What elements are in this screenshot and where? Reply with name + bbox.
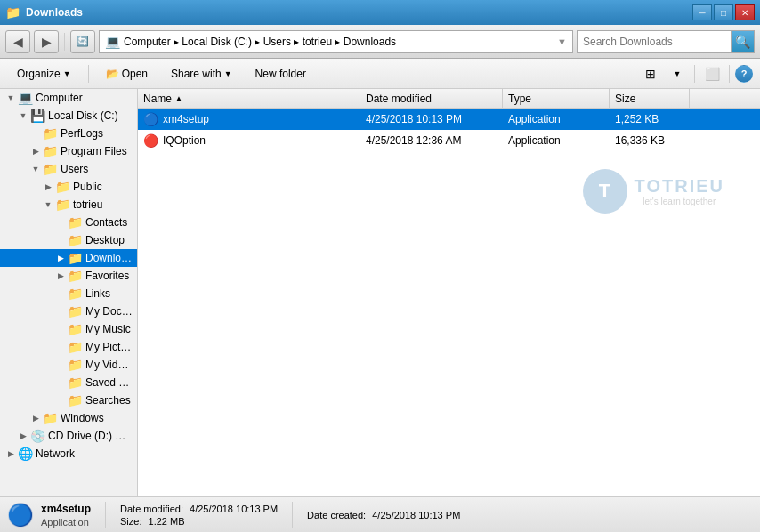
address-bar: ◀ ▶ 🔄 💻 Computer ▸ Local Disk (C:) ▸ Use… xyxy=(0,25,760,59)
path-dropdown-icon: ▼ xyxy=(557,36,567,47)
expand-icon: ▶ xyxy=(41,182,55,191)
up-button[interactable]: 🔄 xyxy=(70,30,95,53)
sidebar-tree: ▼💻Computer▼💾Local Disk (C:)📁PerfLogs▶📁Pr… xyxy=(0,89,137,463)
expand-icon: ▶ xyxy=(53,271,68,280)
sidebar-item-my-documents[interactable]: 📁My Documen... xyxy=(0,302,137,320)
share-with-button[interactable]: Share with ▼ xyxy=(161,62,242,85)
watermark-content: T TOTRIEU let's learn together xyxy=(583,169,724,214)
sidebar-item-my-pictures[interactable]: 📁My Pictures xyxy=(0,338,137,356)
maximize-button[interactable]: □ xyxy=(714,4,733,20)
status-dates: Date modified: 4/25/2018 10:13 PM Size: … xyxy=(120,504,278,527)
status-size: Size: 1.22 MB xyxy=(120,516,278,527)
search-box: 🔍 xyxy=(577,30,755,53)
sidebar-item-computer[interactable]: ▼💻Computer xyxy=(0,89,137,107)
sidebar-item-label: Program Files xyxy=(61,145,127,157)
sidebar-item-program-files[interactable]: ▶📁Program Files xyxy=(0,142,137,160)
file-type-cell: Application xyxy=(503,134,610,147)
file-row[interactable]: 🔵xm4setup4/25/2018 10:13 PMApplication1,… xyxy=(138,109,760,130)
status-file-icon: 🔵 xyxy=(7,503,34,528)
sidebar-item-label: Windows xyxy=(61,412,104,424)
sidebar-item-label: Links xyxy=(85,287,110,300)
sidebar-item-local-disk[interactable]: ▼💾Local Disk (C:) xyxy=(0,107,137,125)
path-text: Computer ▸ Local Disk (C:) ▸ Users ▸ tot… xyxy=(124,36,396,48)
col-header-type[interactable]: Type xyxy=(503,89,610,108)
file-date-cell: 4/25/2018 10:13 PM xyxy=(360,113,503,125)
sidebar-item-perflogs[interactable]: 📁PerfLogs xyxy=(0,125,137,142)
sidebar-item-saved-games[interactable]: 📁Saved Game... xyxy=(0,374,137,391)
sidebar-item-public[interactable]: ▶📁Public xyxy=(0,178,137,196)
folder-icon: 📁 xyxy=(68,215,83,230)
folder-icon: 📁 xyxy=(43,162,58,176)
minimize-button[interactable]: ─ xyxy=(692,4,712,20)
folder-icon: 📁 xyxy=(68,358,83,372)
col-header-name[interactable]: Name ▲ xyxy=(138,89,360,108)
sidebar-item-users[interactable]: ▼📁Users xyxy=(0,160,137,178)
folder-icon: 📁 xyxy=(68,340,83,354)
sidebar-item-links[interactable]: 📁Links xyxy=(0,285,137,302)
sidebar-item-label: Searches xyxy=(85,394,131,407)
folder-icon: 📁 xyxy=(68,233,83,247)
folder-icon: 📁 xyxy=(68,304,83,318)
file-row[interactable]: 🔴IQOption4/25/2018 12:36 AMApplication16… xyxy=(138,130,760,151)
sidebar-item-label: My Videos xyxy=(85,359,133,371)
folder-icon: 📁 xyxy=(68,269,83,283)
search-button[interactable]: 🔍 xyxy=(731,31,754,52)
expand-icon: ▶ xyxy=(28,414,43,423)
sidebar-item-desktop[interactable]: 📁Desktop xyxy=(0,231,137,249)
forward-button[interactable]: ▶ xyxy=(34,30,59,53)
status-date-modified: Date modified: 4/25/2018 10:13 PM xyxy=(120,504,278,514)
open-button[interactable]: 📂 Open xyxy=(96,62,158,85)
status-filetype: Application xyxy=(41,517,91,528)
watermark: T TOTRIEU let's learn together xyxy=(138,151,760,231)
sidebar-item-searches[interactable]: 📁Searches xyxy=(0,391,137,409)
status-dates-created: Date created: 4/25/2018 10:13 PM xyxy=(307,510,460,520)
sidebar-item-favorites[interactable]: ▶📁Favorites xyxy=(0,267,137,285)
sidebar-item-cd-drive[interactable]: ▶💿CD Drive (D:) Win7 xyxy=(0,427,137,445)
sidebar-item-network[interactable]: ▶🌐Network xyxy=(0,445,137,463)
logo-text-block: TOTRIEU let's learn together xyxy=(635,176,724,206)
sidebar-item-label: Downloads xyxy=(85,252,133,264)
back-button[interactable]: ◀ xyxy=(5,30,30,53)
folder-icon: 📁 xyxy=(43,126,58,141)
sidebar-item-contacts[interactable]: 📁Contacts xyxy=(0,214,137,231)
expand-icon: ▶ xyxy=(16,431,30,440)
folder-icon: 💾 xyxy=(30,109,45,123)
view-options-button[interactable]: ⊞ xyxy=(639,62,662,85)
sidebar-item-label: Saved Game... xyxy=(85,376,133,389)
new-folder-button[interactable]: New folder xyxy=(246,62,316,85)
search-input[interactable] xyxy=(578,36,731,48)
main-content: ▼💻Computer▼💾Local Disk (C:)📁PerfLogs▶📁Pr… xyxy=(0,89,760,496)
sidebar: ▼💻Computer▼💾Local Disk (C:)📁PerfLogs▶📁Pr… xyxy=(0,89,138,496)
file-type-cell: Application xyxy=(503,113,610,125)
toolbar-sep-2 xyxy=(694,65,695,83)
expand-icon: ▼ xyxy=(28,165,43,173)
logo-text: TOTRIEU xyxy=(635,176,724,197)
col-header-date[interactable]: Date modified xyxy=(360,89,503,108)
status-date-created: Date created: 4/25/2018 10:13 PM xyxy=(307,510,460,520)
preview-pane-button[interactable]: ⬜ xyxy=(700,62,724,85)
folder-icon: 📁 xyxy=(68,251,83,265)
col-header-size[interactable]: Size xyxy=(610,89,690,108)
status-sep-2 xyxy=(292,502,293,528)
organize-button[interactable]: Organize ▼ xyxy=(7,62,81,85)
close-button[interactable]: ✕ xyxy=(735,4,755,20)
expand-icon: ▼ xyxy=(41,200,55,209)
expand-icon: ▼ xyxy=(16,111,30,120)
file-date-cell: 4/25/2018 12:36 AM xyxy=(360,134,503,147)
help-button[interactable]: ? xyxy=(735,65,753,83)
expand-icon: ▶ xyxy=(4,449,18,458)
address-path[interactable]: 💻 Computer ▸ Local Disk (C:) ▸ Users ▸ t… xyxy=(99,30,573,53)
sidebar-item-label: My Pictures xyxy=(85,341,133,353)
file-size-cell: 1,252 KB xyxy=(610,113,690,125)
sidebar-item-my-videos[interactable]: 📁My Videos xyxy=(0,356,137,374)
sidebar-item-label: Local Disk (C:) xyxy=(48,109,118,122)
title-bar: 📁 Downloads ─ □ ✕ xyxy=(0,0,760,25)
status-sep-1 xyxy=(105,502,106,528)
sidebar-item-totrieu[interactable]: ▼📁totrieu xyxy=(0,196,137,214)
file-size-cell: 16,336 KB xyxy=(610,134,690,147)
sidebar-item-my-music[interactable]: 📁My Music xyxy=(0,320,137,338)
sidebar-item-windows[interactable]: ▶📁Windows xyxy=(0,409,137,427)
title-icon: 📁 xyxy=(5,5,20,20)
view-arrow-button[interactable]: ▼ xyxy=(666,62,689,85)
sidebar-item-downloads[interactable]: ▶📁Downloads xyxy=(0,249,137,267)
